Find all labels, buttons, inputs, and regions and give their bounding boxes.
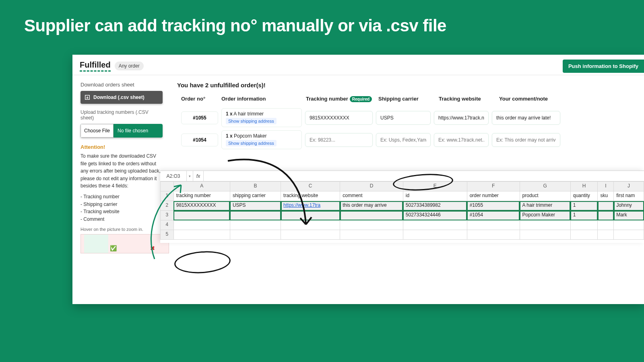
col-header[interactable]: F xyxy=(467,182,520,191)
order-no: #1055 xyxy=(181,111,218,124)
cell[interactable]: order number xyxy=(467,191,520,201)
push-to-shopify-button[interactable]: Push information to Shopify xyxy=(563,60,644,73)
cell[interactable] xyxy=(467,220,520,230)
col-carrier: Shipping carrier xyxy=(378,96,439,102)
check-icon: ✅ xyxy=(110,245,117,251)
download-csv-button[interactable]: Download (.csv sheet) xyxy=(80,91,163,104)
cell[interactable]: Popcorn Maker xyxy=(520,211,570,220)
fx-label: fx xyxy=(193,171,204,181)
cell[interactable] xyxy=(570,220,598,230)
required-badge: Required xyxy=(350,96,372,102)
cell[interactable]: 5027334389982 xyxy=(403,201,467,211)
order-info: 1 x A hair trimmerShow shipping address xyxy=(221,108,302,127)
comment-input[interactable] xyxy=(492,133,560,147)
cell[interactable] xyxy=(570,230,598,240)
col-header[interactable]: D xyxy=(340,182,403,191)
upload-heading: Upload tracking numbers (.CSV sheet) xyxy=(80,109,163,121)
cell[interactable]: Mark xyxy=(614,211,644,220)
show-shipping-address-link[interactable]: Show shipping address xyxy=(226,140,277,146)
cell[interactable] xyxy=(467,230,520,240)
col-header[interactable]: H xyxy=(570,182,598,191)
col-tracking: Tracking numberRequired xyxy=(306,96,378,102)
cell[interactable] xyxy=(598,201,614,211)
page-title: Supplier can add tracking no° manually o… xyxy=(24,16,620,35)
cell[interactable]: id xyxy=(403,191,467,201)
cell[interactable]: A hair trimmer xyxy=(520,201,570,211)
cell[interactable]: first nam xyxy=(614,191,644,201)
col-order-no: Order no° xyxy=(181,96,221,102)
cell[interactable]: 1 xyxy=(570,201,598,211)
cell[interactable] xyxy=(340,230,403,240)
col-header[interactable]: E xyxy=(403,182,467,191)
cell-reference[interactable]: A2:O3 xyxy=(160,171,187,181)
download-heading: Download orders sheet xyxy=(80,82,163,88)
show-shipping-address-link[interactable]: Show shipping address xyxy=(226,118,277,124)
order-row: #10551 x A hair trimmerShow shipping add… xyxy=(177,108,644,127)
cell[interactable] xyxy=(614,230,644,240)
download-csv-label: Download (.csv sheet) xyxy=(93,95,144,100)
cell[interactable]: Johnny xyxy=(614,201,644,211)
order-row: #10541 x Popcorn MakerShow shipping addr… xyxy=(177,130,644,149)
cell[interactable]: this order may arrive xyxy=(340,201,403,211)
tab-fulfilled[interactable]: Fulfilled xyxy=(80,60,111,72)
annotation-arrow-black xyxy=(225,153,330,233)
col-header[interactable]: G xyxy=(520,182,570,191)
filter-chip-any-order[interactable]: Any order xyxy=(115,62,144,70)
col-site: Tracking website xyxy=(439,96,499,102)
cell[interactable] xyxy=(598,211,614,220)
annotation-arrow-green xyxy=(142,183,207,263)
comment-input[interactable] xyxy=(492,111,560,125)
col-header[interactable]: I xyxy=(598,182,614,191)
col-comment: Your comment/note xyxy=(499,96,568,102)
shipping-carrier-input[interactable] xyxy=(376,133,431,147)
cell[interactable]: 5027334324446 xyxy=(403,211,467,220)
cell[interactable] xyxy=(520,230,570,240)
col-order-info: Order information xyxy=(221,96,306,102)
order-info: 1 x Popcorn MakerShow shipping address xyxy=(221,130,302,149)
cell[interactable]: 1 xyxy=(570,211,598,220)
tracking-website-input[interactable] xyxy=(434,111,489,125)
cell[interactable]: #1054 xyxy=(467,211,520,220)
cell[interactable] xyxy=(598,230,614,240)
cell[interactable]: quantity xyxy=(570,191,598,201)
attention-heading: Attention! xyxy=(80,144,163,150)
no-file-chosen-label: No file chosen xyxy=(114,128,152,134)
cell[interactable] xyxy=(598,220,614,230)
tracking-number-input[interactable] xyxy=(305,111,373,125)
name-box-dropdown-icon[interactable]: ▾ xyxy=(187,171,193,181)
orders-header: Order no° Order information Tracking num… xyxy=(177,96,644,106)
cell[interactable] xyxy=(340,220,403,230)
cell[interactable]: product xyxy=(520,191,570,201)
cell[interactable]: #1055 xyxy=(467,201,520,211)
cell[interactable] xyxy=(340,211,403,220)
cell[interactable]: comment xyxy=(340,191,403,201)
order-no: #1054 xyxy=(181,134,218,146)
cell[interactable] xyxy=(520,220,570,230)
col-header[interactable]: J xyxy=(614,182,644,191)
cell[interactable] xyxy=(614,220,644,230)
unfulfilled-heading: You have 2 unfulfilled order(s)! xyxy=(177,82,644,88)
choose-file-button[interactable]: Choose File No file chosen xyxy=(80,124,163,138)
cell[interactable]: sku xyxy=(598,191,614,201)
top-bar: Fulfilled Any order Push information to … xyxy=(72,55,644,75)
choose-file-label: Choose File xyxy=(80,124,114,138)
tracking-number-input[interactable] xyxy=(305,133,373,147)
download-icon xyxy=(85,95,90,100)
cell[interactable] xyxy=(403,230,467,240)
cell[interactable] xyxy=(403,220,467,230)
shipping-carrier-input[interactable] xyxy=(376,111,431,125)
tracking-website-input[interactable] xyxy=(434,133,489,147)
